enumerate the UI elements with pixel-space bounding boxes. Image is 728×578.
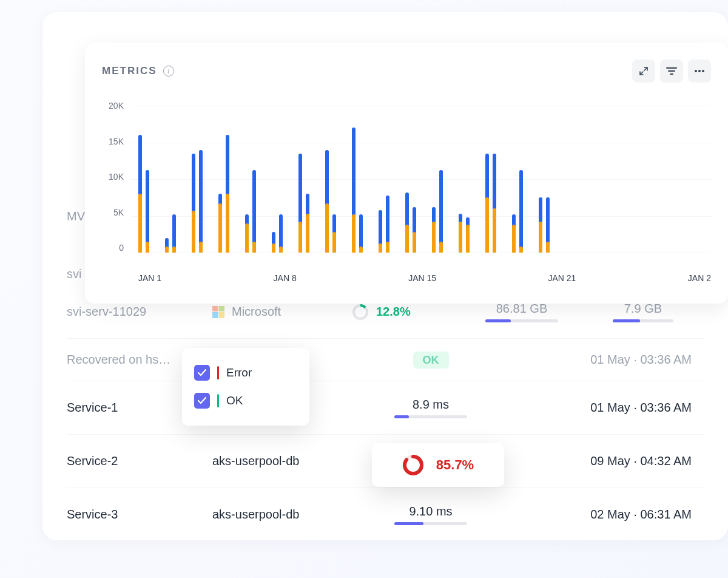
legend-popup: Error OK [182, 348, 309, 426]
more-icon [694, 70, 705, 72]
legend-label: OK [226, 394, 243, 407]
cell-time: 01 May · 03:36 AM [510, 353, 704, 367]
metric-popup: 85.7% [372, 443, 504, 487]
cell-provider: aks-userpool-db [212, 454, 352, 468]
table-row[interactable]: Service-1 8.9 ms 01 May · 03:36 AM [67, 381, 704, 435]
filter-button[interactable] [660, 59, 683, 83]
table-row[interactable]: Recovered on hs… OK 01 May · 03:36 AM [67, 339, 704, 381]
donut-icon [402, 454, 424, 476]
cell-name: svi-serv-11029 [67, 305, 212, 319]
cell-name: Service-2 [67, 454, 212, 468]
cell-time: 02 May · 06:31 AM [510, 508, 704, 522]
panel-title: METRICS [102, 65, 157, 77]
x-axis: JAN 1 JAN 8 JAN 15 JAN 21 JAN 2 [138, 273, 711, 283]
more-button[interactable] [688, 59, 711, 83]
legend-color-marker [217, 366, 219, 379]
svg-point-7 [702, 70, 704, 72]
cell-provider: aks-userpool-db [212, 508, 352, 522]
cell-provider: Microsoft [212, 305, 352, 319]
popup-percent: 85.7% [436, 457, 474, 473]
table-row[interactable]: Service-3 aks-userpool-db 9.10 ms 02 May… [67, 488, 704, 540]
latency-value: 8.9 ms [413, 398, 449, 412]
donut-icon [352, 304, 369, 321]
chart-bars [138, 106, 711, 253]
checkbox-icon[interactable] [194, 365, 210, 381]
cell-time: 09 May · 04:32 AM [510, 454, 704, 468]
chart-area[interactable]: 20K 15K 10K 5K 0 JAN 1 JAN 8 JAN 15 JAN … [102, 101, 728, 289]
svg-point-9 [405, 457, 422, 474]
svg-point-5 [695, 70, 697, 72]
status-badge: OK [413, 352, 449, 369]
filter-icon [666, 67, 677, 75]
latency-value: 9.10 ms [409, 505, 452, 518]
percent-value: 12.8% [376, 305, 411, 319]
microsoft-icon [212, 306, 224, 318]
checkbox-icon[interactable] [194, 393, 210, 409]
svg-point-6 [698, 70, 701, 72]
metrics-chart-panel: METRICS i [85, 42, 728, 304]
expand-button[interactable] [632, 59, 655, 83]
legend-item-ok[interactable]: OK [194, 387, 297, 415]
legend-color-marker [217, 394, 219, 407]
legend-label: Error [226, 366, 252, 379]
y-axis: 20K 15K 10K 5K 0 [102, 101, 131, 253]
legend-item-error[interactable]: Error [194, 359, 297, 387]
cell-name: Service-3 [67, 508, 212, 522]
info-icon[interactable]: i [163, 66, 174, 76]
expand-icon [639, 66, 649, 76]
cell-time: 01 May · 03:36 AM [510, 401, 704, 415]
